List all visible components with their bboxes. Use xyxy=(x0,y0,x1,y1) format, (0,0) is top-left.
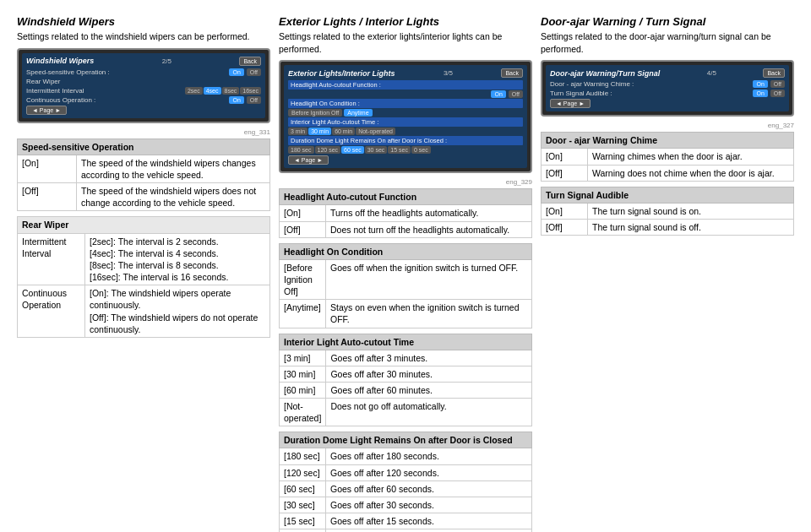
col3-doorajar-on-button[interactable]: On xyxy=(753,80,767,88)
col3-doorajar-header: Door - ajar Warning Chime xyxy=(542,133,794,149)
col2-anytime-text: Stays on even when the ignition switch i… xyxy=(326,300,532,328)
col2-anytime-button[interactable]: Anytime xyxy=(344,109,372,117)
col2-caption: eng_329 xyxy=(279,178,532,186)
col1-8sec-button[interactable]: 8sec xyxy=(222,87,240,95)
col1-speed-off-button[interactable]: Off xyxy=(247,68,261,76)
col1-speed-label: Speed-sensitive Operation : xyxy=(26,68,229,76)
col3-doorajar-on-label: [On] xyxy=(542,149,588,165)
col3-turnsignal-off-button[interactable]: Off xyxy=(770,90,785,97)
col2-180sec-button[interactable]: 180 sec xyxy=(288,146,314,154)
col1-back-button[interactable]: Back xyxy=(239,57,261,66)
col1-screen-inner: Windshield Wipers 2/5 Back Speed-sensiti… xyxy=(22,53,265,118)
col2-60sec-button[interactable]: 60 sec xyxy=(341,146,364,154)
col3-turnsignal-off-text: The turn signal sound is off. xyxy=(588,219,794,235)
col1-speed-btngroup: On Off xyxy=(229,68,261,76)
table-row: Intermittent Interval [2sec]: The interv… xyxy=(18,233,270,285)
col3-doorajar-table: Door - ajar Warning Chime [On] Warning c… xyxy=(541,132,794,181)
col2-notoperated-button[interactable]: Not-operated xyxy=(356,128,395,135)
col1-interval-label: Intermittent Interval xyxy=(26,87,185,95)
column-windshield-wipers: Windshield Wipers Settings related to th… xyxy=(17,15,270,532)
col2-30min-label: [30 min] xyxy=(280,366,326,382)
col1-title: Windshield Wipers xyxy=(17,15,270,28)
col2-interior-header: Interior Light Auto-cutout Time xyxy=(280,334,532,350)
col2-autocutout-on-text: Turns off the headlights automatically. xyxy=(326,205,532,221)
col2-interior-buttons: 3 min 30 min 60 min Not-operated xyxy=(288,128,395,135)
col3-turnsignal-on-label: [On] xyxy=(542,203,588,219)
col1-rearwiper-table: Rear Wiper Intermittent Interval [2sec]:… xyxy=(17,216,270,338)
col3-doorajar-off-text: Warning does not chime when the door is … xyxy=(588,165,794,181)
table-row: [30 min] Goes off after 30 minutes. xyxy=(280,366,532,382)
col1-continuous-btngroup: On Off xyxy=(229,96,261,104)
col2-15sec-button[interactable]: 15 sec xyxy=(388,146,411,154)
col2-120sec-text: Goes off after 120 seconds. xyxy=(326,464,532,480)
col1-continuous-on-button[interactable]: On xyxy=(229,96,243,104)
col1-intermittent-label: Intermittent Interval xyxy=(18,233,85,285)
table-row: [Not-operated] Does not go off automatic… xyxy=(280,399,532,426)
col2-before-ignition-button[interactable]: Before Ignition Off xyxy=(288,109,342,117)
col1-caption: eng_331 xyxy=(17,128,270,136)
col3-turnsignal-off-label: [Off] xyxy=(542,219,588,235)
col2-30sec-button[interactable]: 30 sec xyxy=(365,146,388,154)
col2-3min-button[interactable]: 3 min xyxy=(288,128,308,135)
col2-before-ignition-text: Goes off when the ignition switch is tur… xyxy=(326,259,532,300)
col2-180sec-label: [180 sec] xyxy=(280,448,326,464)
table-row: [60 min] Goes off after 60 minutes. xyxy=(280,382,532,398)
col1-16sec-button[interactable]: 16sec xyxy=(240,87,261,95)
col3-doorajar-label: Door - ajar Warning Chime : xyxy=(550,80,753,88)
col1-continuous-off-button[interactable]: Off xyxy=(247,96,261,104)
col1-speed-on-button[interactable]: On xyxy=(229,68,243,76)
col3-turnsignal-label: Turn Signal Audible : xyxy=(550,90,753,97)
col3-screen-page: 4/5 xyxy=(707,69,716,77)
col2-60min-button[interactable]: 60 min xyxy=(332,128,355,135)
page-container: Windshield Wipers Settings related to th… xyxy=(0,0,811,532)
col3-title: Door-ajar Warning / Turn Signal xyxy=(541,15,794,28)
col1-desc: Settings related to the windshield wiper… xyxy=(17,30,270,43)
col3-turnsignal-on-button[interactable]: On xyxy=(753,90,767,97)
table-row: [Off] The speed of the windshield wipers… xyxy=(18,183,270,211)
col2-autocutout-off-button[interactable]: Off xyxy=(509,90,523,98)
col1-rearwiper-row: Rear Wiper xyxy=(26,78,261,85)
col2-120sec-button[interactable]: 120 sec xyxy=(315,146,341,154)
col2-0sec-button[interactable]: 0 sec xyxy=(411,146,431,154)
table-row: [On] The speed of the windshield wipers … xyxy=(18,155,270,182)
column-exterior-lights: Exterior Lights / Interior Lights Settin… xyxy=(279,15,532,532)
col2-oncondition-table: Headlight On Condition [Before Ignition … xyxy=(279,243,532,328)
col1-speed-off-text: The speed of the windshield wipers does … xyxy=(77,183,270,211)
col3-back-button[interactable]: Back xyxy=(763,68,785,78)
table-row: [3 min] Goes off after 3 minutes. xyxy=(280,350,532,366)
col3-doorajar-off-label: [Off] xyxy=(542,165,588,181)
col1-interval-buttons: 2sec 4sec 8sec 16sec xyxy=(185,87,261,95)
col2-page-nav: ◄ Page ► xyxy=(288,155,523,165)
table-row: [On] Warning chimes when the door is aja… xyxy=(542,149,794,165)
col2-duration-table: Duration Dome Light Remains On after Doo… xyxy=(279,432,532,532)
col1-page-button[interactable]: ◄ Page ► xyxy=(26,106,67,115)
col2-autocutout-on-button[interactable]: On xyxy=(491,90,505,98)
col1-2sec-button[interactable]: 2sec xyxy=(185,87,203,95)
col3-doorajar-btngroup: On Off xyxy=(753,80,785,88)
table-row: [Before Ignition Off] Goes off when the … xyxy=(280,259,532,300)
col2-desc: Settings related to the exterior lights/… xyxy=(279,30,532,55)
col3-doorajar-row: Door - ajar Warning Chime : On Off xyxy=(550,80,785,88)
col3-turnsignal-btngroup: On Off xyxy=(753,90,785,97)
col3-turnsignal-on-text: The turn signal sound is on. xyxy=(588,203,794,219)
table-row: Continuous Operation [On]: The windshiel… xyxy=(18,285,270,338)
table-row: [On] Turns off the headlights automatica… xyxy=(280,205,532,221)
col2-30min-button[interactable]: 30 min xyxy=(308,128,331,135)
col2-back-button[interactable]: Back xyxy=(501,68,523,78)
col2-anytime-label: [Anytime] xyxy=(280,300,326,328)
col2-180sec-text: Goes off after 180 seconds. xyxy=(326,448,532,464)
col3-page-button[interactable]: ◄ Page ► xyxy=(550,99,591,108)
table-row: [Off] Warning does not chime when the do… xyxy=(542,165,794,181)
col3-turnsignal-table: Turn Signal Audible [On] The turn signal… xyxy=(541,187,794,236)
col1-rearwiper-label: Rear Wiper xyxy=(26,78,261,85)
col2-autocutout-off-label: [Off] xyxy=(280,221,326,237)
col2-60sec-label: [60 sec] xyxy=(280,480,326,497)
col1-4sec-button[interactable]: 4sec xyxy=(204,87,221,95)
col3-screen-header: Door-ajar Warning/Turn Signal 4/5 Back xyxy=(550,68,785,78)
col2-page-button[interactable]: ◄ Page ► xyxy=(288,155,329,165)
col3-doorajar-on-text: Warning chimes when the door is ajar. xyxy=(588,149,794,165)
col1-speed-row: Speed-sensitive Operation : On Off xyxy=(26,68,261,76)
col2-60min-text: Goes off after 60 minutes. xyxy=(326,382,532,398)
col3-doorajar-off-button[interactable]: Off xyxy=(770,80,785,88)
col2-autocutout-header: Headlight Auto-cutout Function xyxy=(280,189,532,205)
